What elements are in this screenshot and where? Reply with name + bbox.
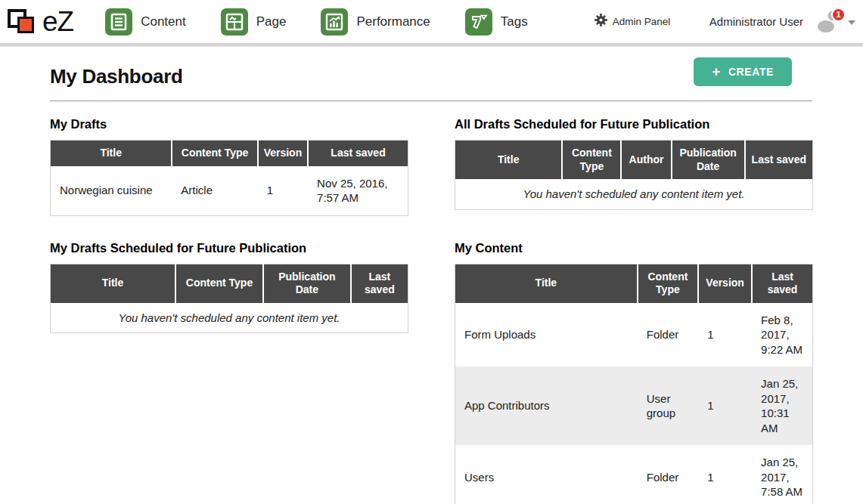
all-drafts-scheduled-table: TitleContent TypeAuthorPublication DateL…	[455, 140, 813, 210]
nav-item-performance[interactable]: Performance	[321, 8, 430, 36]
main-nav: Content Page Performance Tags	[105, 8, 528, 36]
empty-row: You haven't scheduled any content item y…	[455, 179, 813, 209]
all-drafts-scheduled-heading: All Drafts Scheduled for Future Publicat…	[455, 117, 813, 131]
table-row[interactable]: UsersFolder1Jan 25, 2017, 7:58 AM	[455, 445, 813, 504]
tags-icon	[465, 8, 492, 36]
column-header: Publication Date	[263, 264, 351, 303]
nav-label-tags: Tags	[501, 14, 528, 29]
table-row[interactable]: App ContributorsUser group1Jan 25, 2017,…	[455, 366, 813, 445]
nav-item-content[interactable]: Content	[105, 8, 186, 36]
table-cell: Folder	[638, 303, 698, 367]
table-cell: Nov 25, 2016, 7:57 AM	[308, 166, 408, 216]
table-cell: 1	[698, 445, 752, 504]
column-header: Last saved	[308, 141, 408, 166]
column-header: Content Type	[638, 264, 698, 303]
nav-item-page[interactable]: Page	[221, 8, 287, 36]
my-drafts-scheduled-table: TitleContent TypePublication DateLast sa…	[50, 264, 408, 334]
ez-logo-icon	[6, 7, 39, 37]
table-cell: Article	[172, 166, 258, 216]
table-cell: Jan 25, 2017, 7:58 AM	[752, 445, 812, 504]
nav-label-content: Content	[141, 14, 186, 29]
table-header-row: TitleContent TypeVersionLast saved	[51, 141, 408, 166]
table-cell: Users	[455, 445, 638, 504]
performance-icon	[321, 8, 348, 36]
empty-row: You haven't scheduled any content item y…	[51, 303, 408, 333]
table-cell: Norwegian cuisine	[51, 166, 172, 216]
ez-logo[interactable]: eZ	[6, 7, 73, 37]
table-cell: 1	[698, 366, 752, 445]
column-header: Author	[621, 141, 671, 180]
table-cell: 1	[258, 166, 308, 216]
dashboard-main: My Dashboard + CREATE My Drafts TitleCon…	[0, 47, 863, 504]
content-icon	[105, 8, 132, 36]
column-header: Version	[698, 264, 752, 303]
nav-item-tags[interactable]: Tags	[465, 8, 528, 36]
create-button-label: CREATE	[728, 66, 774, 78]
gear-icon	[594, 14, 607, 29]
page-icon	[221, 8, 248, 36]
plus-icon: +	[712, 66, 721, 77]
table-cell: App Contributors	[455, 366, 638, 445]
table-row[interactable]: Norwegian cuisineArticle1Nov 25, 2016, 7…	[51, 166, 408, 216]
column-header: Title	[455, 141, 563, 180]
column-header: Content Type	[562, 141, 621, 180]
admin-panel-button[interactable]: Admin Panel	[594, 14, 671, 29]
column-header: Content Type	[172, 141, 258, 166]
my-drafts-section: My Drafts TitleContent TypeVersionLast s…	[50, 101, 408, 216]
ez-logo-text: eZ	[42, 8, 73, 36]
empty-message: You haven't scheduled any content item y…	[455, 179, 813, 209]
table-header-row: TitleContent TypeAuthorPublication DateL…	[455, 141, 813, 180]
column-header: Title	[51, 264, 176, 303]
admin-panel-label: Admin Panel	[613, 16, 671, 27]
column-header: Last saved	[351, 264, 408, 303]
table-cell: Jan 25, 2017, 10:31 AM	[752, 366, 812, 445]
column-header: Version	[258, 141, 308, 166]
my-content-heading: My Content	[455, 241, 813, 255]
my-drafts-table: TitleContent TypeVersionLast savedNorweg…	[50, 140, 408, 216]
column-header: Publication Date	[672, 141, 745, 180]
top-nav-bar: eZ Content Page Performance Tags	[0, 0, 863, 43]
my-drafts-scheduled-heading: My Drafts Scheduled for Future Publicati…	[50, 241, 408, 255]
column-header: Last saved	[752, 264, 812, 303]
column-header: Last saved	[745, 141, 813, 180]
my-content-table: TitleContent TypeVersionLast savedForm U…	[455, 264, 813, 504]
nav-label-performance: Performance	[356, 14, 430, 29]
table-header-row: TitleContent TypeVersionLast saved	[455, 264, 813, 303]
notification-badge[interactable]: 1	[831, 8, 846, 22]
column-header: Content Type	[175, 264, 263, 303]
create-button[interactable]: + CREATE	[694, 57, 792, 86]
empty-message: You haven't scheduled any content item y…	[51, 303, 408, 333]
my-drafts-scheduled-section: My Drafts Scheduled for Future Publicati…	[50, 225, 408, 334]
table-header-row: TitleContent TypePublication DateLast sa…	[51, 264, 408, 303]
all-drafts-scheduled-section: All Drafts Scheduled for Future Publicat…	[455, 101, 813, 210]
dashboard-grid: My Drafts TitleContent TypeVersionLast s…	[50, 101, 812, 504]
table-cell: User group	[638, 366, 698, 445]
table-cell: 1	[698, 303, 752, 367]
table-cell: Form Uploads	[455, 303, 638, 367]
column-header: Title	[455, 264, 638, 303]
table-cell: Folder	[638, 445, 698, 504]
table-cell: Feb 8, 2017, 9:22 AM	[752, 303, 812, 367]
column-header: Title	[51, 141, 172, 166]
user-menu[interactable]: Administrator User 1	[709, 9, 855, 35]
avatar[interactable]: 1	[815, 9, 843, 35]
page-header: My Dashboard + CREATE	[50, 47, 812, 101]
my-content-section: My Content TitleContent TypeVersionLast …	[455, 225, 813, 504]
nav-label-page: Page	[256, 14, 287, 29]
chevron-down-icon[interactable]	[848, 20, 855, 25]
user-name: Administrator User	[709, 15, 803, 28]
table-row[interactable]: Form UploadsFolder1Feb 8, 2017, 9:22 AM	[455, 303, 813, 367]
my-drafts-heading: My Drafts	[50, 117, 408, 131]
